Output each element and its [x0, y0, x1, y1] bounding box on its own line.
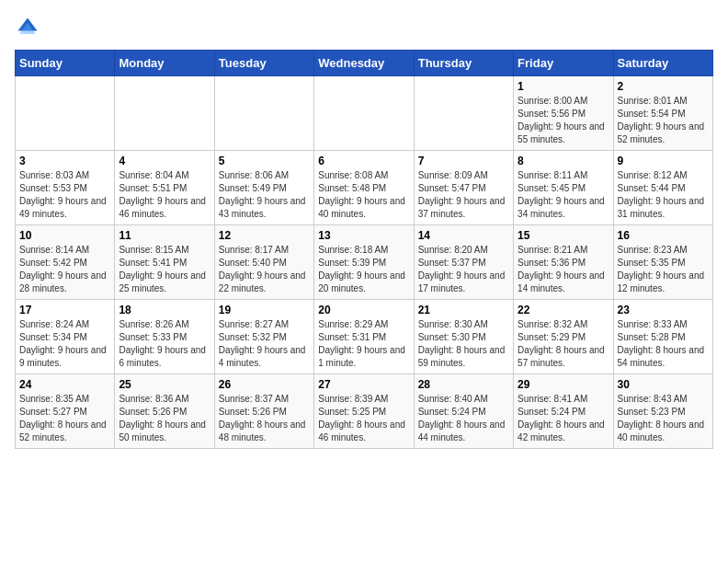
- day-number: 20: [318, 304, 409, 316]
- day-info: Sunrise: 8:12 AM Sunset: 5:44 PM Dayligh…: [618, 169, 709, 221]
- day-info: Sunrise: 8:01 AM Sunset: 5:54 PM Dayligh…: [618, 95, 709, 146]
- calendar-cell: 4Sunrise: 8:04 AM Sunset: 5:51 PM Daylig…: [115, 151, 214, 225]
- day-number: 4: [119, 155, 210, 167]
- day-info: Sunrise: 8:32 AM Sunset: 5:29 PM Dayligh…: [518, 318, 609, 370]
- day-info: Sunrise: 8:08 AM Sunset: 5:48 PM Dayligh…: [318, 169, 409, 221]
- day-info: Sunrise: 8:04 AM Sunset: 5:51 PM Dayligh…: [119, 169, 210, 221]
- day-number: 28: [418, 378, 509, 391]
- weekday-header-sunday: Sunday: [16, 51, 115, 76]
- calendar-cell: 2Sunrise: 8:01 AM Sunset: 5:54 PM Daylig…: [613, 76, 712, 151]
- day-number: 27: [318, 378, 409, 391]
- day-info: Sunrise: 8:03 AM Sunset: 5:53 PM Dayligh…: [19, 169, 110, 221]
- day-info: Sunrise: 8:26 AM Sunset: 5:33 PM Dayligh…: [119, 318, 210, 370]
- calendar-cell: [115, 76, 214, 151]
- day-number: 2: [618, 80, 709, 93]
- calendar-cell: 16Sunrise: 8:23 AM Sunset: 5:35 PM Dayli…: [613, 225, 712, 300]
- day-number: 3: [19, 155, 110, 167]
- calendar-cell: 9Sunrise: 8:12 AM Sunset: 5:44 PM Daylig…: [613, 151, 712, 225]
- calendar-cell: 21Sunrise: 8:30 AM Sunset: 5:30 PM Dayli…: [414, 300, 513, 374]
- weekday-header-saturday: Saturday: [613, 51, 712, 76]
- calendar-cell: 1Sunrise: 8:00 AM Sunset: 5:56 PM Daylig…: [514, 76, 613, 151]
- day-info: Sunrise: 8:40 AM Sunset: 5:24 PM Dayligh…: [418, 393, 509, 444]
- day-info: Sunrise: 8:43 AM Sunset: 5:23 PM Dayligh…: [618, 393, 709, 444]
- calendar-cell: 22Sunrise: 8:32 AM Sunset: 5:29 PM Dayli…: [514, 300, 613, 374]
- weekday-header-wednesday: Wednesday: [314, 51, 414, 76]
- day-info: Sunrise: 8:06 AM Sunset: 5:49 PM Dayligh…: [219, 169, 310, 221]
- day-number: 16: [618, 229, 709, 242]
- calendar-cell: 29Sunrise: 8:41 AM Sunset: 5:24 PM Dayli…: [514, 374, 613, 449]
- weekday-header-thursday: Thursday: [414, 51, 513, 76]
- day-info: Sunrise: 8:17 AM Sunset: 5:40 PM Dayligh…: [219, 244, 310, 295]
- day-number: 30: [618, 378, 709, 391]
- calendar-cell: 8Sunrise: 8:11 AM Sunset: 5:45 PM Daylig…: [514, 151, 613, 225]
- weekday-header-tuesday: Tuesday: [214, 51, 313, 76]
- calendar-week-row: 24Sunrise: 8:35 AM Sunset: 5:27 PM Dayli…: [16, 374, 713, 449]
- weekday-header-friday: Friday: [514, 51, 613, 76]
- day-info: Sunrise: 8:39 AM Sunset: 5:25 PM Dayligh…: [318, 393, 409, 444]
- logo: [15, 15, 44, 40]
- day-info: Sunrise: 8:20 AM Sunset: 5:37 PM Dayligh…: [418, 244, 509, 295]
- calendar-cell: 19Sunrise: 8:27 AM Sunset: 5:32 PM Dayli…: [214, 300, 313, 374]
- calendar-week-row: 17Sunrise: 8:24 AM Sunset: 5:34 PM Dayli…: [16, 300, 713, 374]
- calendar-cell: 25Sunrise: 8:36 AM Sunset: 5:26 PM Dayli…: [115, 374, 214, 449]
- day-number: 6: [318, 155, 409, 167]
- day-number: 8: [518, 155, 609, 167]
- calendar-cell: [314, 76, 414, 151]
- day-number: 26: [219, 378, 310, 391]
- calendar-cell: 6Sunrise: 8:08 AM Sunset: 5:48 PM Daylig…: [314, 151, 414, 225]
- calendar-table: SundayMondayTuesdayWednesdayThursdayFrid…: [15, 50, 713, 449]
- day-info: Sunrise: 8:11 AM Sunset: 5:45 PM Dayligh…: [518, 169, 609, 221]
- day-info: Sunrise: 8:37 AM Sunset: 5:26 PM Dayligh…: [219, 393, 310, 444]
- day-number: 23: [618, 304, 709, 316]
- calendar-week-row: 3Sunrise: 8:03 AM Sunset: 5:53 PM Daylig…: [16, 151, 713, 225]
- weekday-header-row: SundayMondayTuesdayWednesdayThursdayFrid…: [16, 51, 713, 76]
- day-number: 24: [19, 378, 110, 391]
- calendar-cell: 26Sunrise: 8:37 AM Sunset: 5:26 PM Dayli…: [214, 374, 313, 449]
- day-number: 29: [518, 378, 609, 391]
- calendar-cell: [414, 76, 513, 151]
- calendar-cell: 13Sunrise: 8:18 AM Sunset: 5:39 PM Dayli…: [314, 225, 414, 300]
- day-info: Sunrise: 8:36 AM Sunset: 5:26 PM Dayligh…: [119, 393, 210, 444]
- day-info: Sunrise: 8:35 AM Sunset: 5:27 PM Dayligh…: [19, 393, 110, 444]
- calendar-cell: [214, 76, 313, 151]
- day-info: Sunrise: 8:18 AM Sunset: 5:39 PM Dayligh…: [318, 244, 409, 295]
- calendar-cell: 27Sunrise: 8:39 AM Sunset: 5:25 PM Dayli…: [314, 374, 414, 449]
- calendar-cell: 11Sunrise: 8:15 AM Sunset: 5:41 PM Dayli…: [115, 225, 214, 300]
- logo-icon: [15, 15, 40, 40]
- calendar-week-row: 10Sunrise: 8:14 AM Sunset: 5:42 PM Dayli…: [16, 225, 713, 300]
- day-number: 10: [19, 229, 110, 242]
- calendar-cell: 12Sunrise: 8:17 AM Sunset: 5:40 PM Dayli…: [214, 225, 313, 300]
- calendar-cell: 10Sunrise: 8:14 AM Sunset: 5:42 PM Dayli…: [16, 225, 115, 300]
- day-number: 11: [119, 229, 210, 242]
- day-info: Sunrise: 8:00 AM Sunset: 5:56 PM Dayligh…: [518, 95, 609, 146]
- day-info: Sunrise: 8:23 AM Sunset: 5:35 PM Dayligh…: [618, 244, 709, 295]
- calendar-cell: 23Sunrise: 8:33 AM Sunset: 5:28 PM Dayli…: [613, 300, 712, 374]
- page-header: [15, 15, 713, 40]
- day-info: Sunrise: 8:41 AM Sunset: 5:24 PM Dayligh…: [518, 393, 609, 444]
- day-number: 17: [19, 304, 110, 316]
- calendar-cell: 30Sunrise: 8:43 AM Sunset: 5:23 PM Dayli…: [613, 374, 712, 449]
- calendar-cell: 24Sunrise: 8:35 AM Sunset: 5:27 PM Dayli…: [16, 374, 115, 449]
- day-number: 14: [418, 229, 509, 242]
- day-number: 5: [219, 155, 310, 167]
- weekday-header-monday: Monday: [115, 51, 214, 76]
- day-number: 18: [119, 304, 210, 316]
- day-info: Sunrise: 8:30 AM Sunset: 5:30 PM Dayligh…: [418, 318, 509, 370]
- day-number: 7: [418, 155, 509, 167]
- calendar-header: SundayMondayTuesdayWednesdayThursdayFrid…: [16, 51, 713, 76]
- calendar-cell: 20Sunrise: 8:29 AM Sunset: 5:31 PM Dayli…: [314, 300, 414, 374]
- calendar-cell: 7Sunrise: 8:09 AM Sunset: 5:47 PM Daylig…: [414, 151, 513, 225]
- calendar-week-row: 1Sunrise: 8:00 AM Sunset: 5:56 PM Daylig…: [16, 76, 713, 151]
- day-number: 21: [418, 304, 509, 316]
- calendar-cell: 5Sunrise: 8:06 AM Sunset: 5:49 PM Daylig…: [214, 151, 313, 225]
- day-info: Sunrise: 8:33 AM Sunset: 5:28 PM Dayligh…: [618, 318, 709, 370]
- day-number: 12: [219, 229, 310, 242]
- day-info: Sunrise: 8:21 AM Sunset: 5:36 PM Dayligh…: [518, 244, 609, 295]
- day-number: 22: [518, 304, 609, 316]
- calendar-cell: 28Sunrise: 8:40 AM Sunset: 5:24 PM Dayli…: [414, 374, 513, 449]
- day-info: Sunrise: 8:24 AM Sunset: 5:34 PM Dayligh…: [19, 318, 110, 370]
- calendar-cell: 3Sunrise: 8:03 AM Sunset: 5:53 PM Daylig…: [16, 151, 115, 225]
- calendar-cell: 14Sunrise: 8:20 AM Sunset: 5:37 PM Dayli…: [414, 225, 513, 300]
- day-info: Sunrise: 8:15 AM Sunset: 5:41 PM Dayligh…: [119, 244, 210, 295]
- calendar-cell: [16, 76, 115, 151]
